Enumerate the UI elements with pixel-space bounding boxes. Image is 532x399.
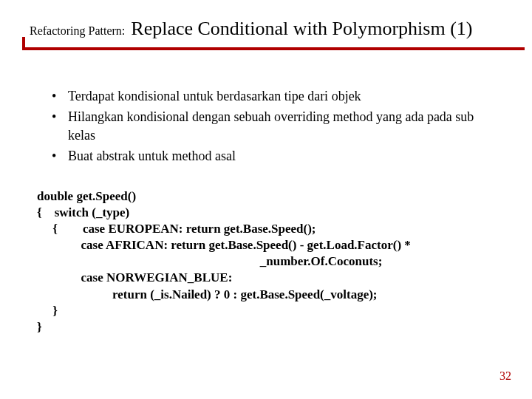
bullet-icon: • bbox=[52, 87, 68, 105]
bullet-icon: • bbox=[52, 147, 68, 165]
title-prefix: Refactoring Pattern: bbox=[30, 24, 125, 37]
list-item: • Hilangkan kondisional dengan sebuah ov… bbox=[52, 108, 495, 144]
bullet-list: • Terdapat kondisional untuk berdasarkan… bbox=[52, 87, 495, 168]
bullet-text: Terdapat kondisional untuk berdasarkan t… bbox=[68, 87, 495, 105]
list-item: • Terdapat kondisional untuk berdasarkan… bbox=[52, 87, 495, 105]
bullet-text: Hilangkan kondisional dengan sebuah over… bbox=[68, 108, 495, 144]
bullet-icon: • bbox=[52, 108, 68, 144]
divider-line bbox=[22, 47, 525, 50]
title-row: Refactoring Pattern: Replace Conditional… bbox=[30, 18, 517, 40]
title-main: Replace Conditional with Polymorphism (1… bbox=[131, 18, 472, 39]
slide: Refactoring Pattern: Replace Conditional… bbox=[0, 0, 532, 399]
code-block: double get.Speed() { switch (_type) { ca… bbox=[37, 188, 510, 335]
divider bbox=[22, 47, 525, 50]
divider-tick bbox=[22, 37, 25, 50]
page-number: 32 bbox=[499, 369, 511, 383]
list-item: • Buat abstrak untuk method asal bbox=[52, 147, 495, 165]
bullet-text: Buat abstrak untuk method asal bbox=[68, 147, 495, 165]
